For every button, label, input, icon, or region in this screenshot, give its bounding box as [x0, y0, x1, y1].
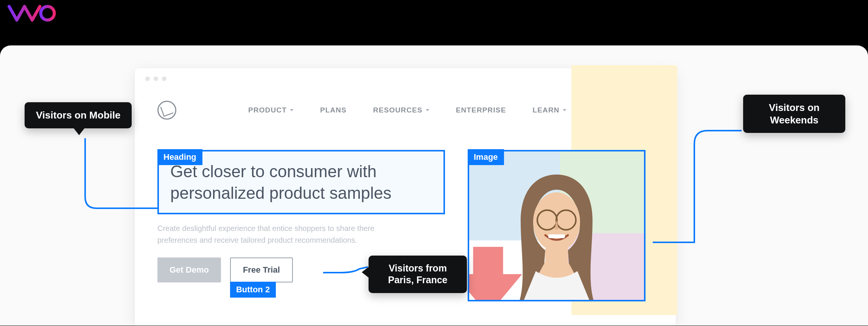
editor-tag-image[interactable]: Image — [468, 149, 504, 165]
image-selection[interactable] — [468, 150, 646, 301]
nav-label: LEARN — [533, 106, 560, 114]
nav-label: ENTERPRISE — [456, 106, 506, 114]
tag-label: Heading — [163, 152, 196, 162]
svg-point-0 — [41, 6, 54, 20]
nav-label: PLANS — [320, 106, 347, 114]
tag-label: Button 2 — [236, 285, 270, 294]
nav-label: PRODUCT — [248, 106, 287, 114]
nav-item-product[interactable]: PRODUCT — [248, 106, 294, 114]
button-label: Free Trial — [243, 265, 280, 275]
callout-label: Visitors on Mobile — [36, 109, 120, 121]
get-demo-button[interactable]: Get Demo — [157, 257, 221, 282]
stage: Visitors on Mobile Visitors from Paris, … — [0, 45, 868, 326]
nav-label: RESOURCES — [373, 106, 423, 114]
chevron-down-icon — [290, 109, 294, 111]
button-label: Get Demo — [170, 265, 209, 275]
callout-visitors-mobile[interactable]: Visitors on Mobile — [25, 102, 132, 128]
hero-right: Image — [468, 135, 646, 301]
top-bar — [0, 0, 868, 27]
chevron-down-icon — [426, 109, 429, 111]
vwo-logo-icon — [8, 4, 57, 23]
callout-visitors-weekends[interactable]: Visitors on Weekends — [743, 95, 845, 133]
callout-label: Visitors from Paris, France — [388, 263, 447, 285]
site-logo-icon[interactable] — [157, 101, 176, 120]
hero-headline: Get closer to consumer with personalized… — [170, 161, 432, 204]
nav-item-plans[interactable]: PLANS — [320, 106, 347, 114]
svg-rect-5 — [548, 234, 565, 238]
nav-item-enterprise[interactable]: ENTERPRISE — [456, 106, 506, 114]
chevron-down-icon — [563, 109, 566, 111]
site-nav: PRODUCT PLANS RESOURCES ENTERPRISE LEARN — [157, 101, 653, 120]
hero-subtext: Create deslightful experience that entic… — [157, 223, 400, 246]
editor-tag-button2[interactable]: Button 2 — [230, 282, 276, 298]
person-portrait-icon — [500, 163, 613, 301]
callout-label: Visitors on Weekends — [769, 102, 820, 126]
nav-item-resources[interactable]: RESOURCES — [373, 106, 429, 114]
free-trial-wrap: Free Trial Button 2 — [230, 257, 293, 282]
free-trial-button[interactable]: Free Trial — [230, 257, 293, 282]
editor-tag-heading[interactable]: Heading — [157, 149, 202, 165]
callout-visitors-paris[interactable]: Visitors from Paris, France — [369, 256, 467, 293]
nav-item-learn[interactable]: LEARN — [533, 106, 566, 114]
tag-label: Image — [474, 152, 498, 162]
